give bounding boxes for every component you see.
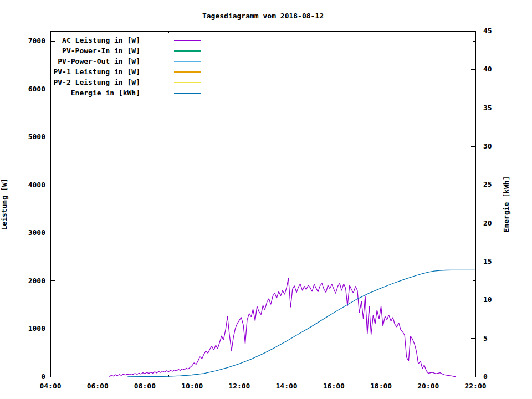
y2-tick-label: 20	[483, 219, 492, 227]
y-tick-label: 3000	[28, 228, 45, 237]
legend-item-label: PV-2 Leistung in [W]	[22, 77, 140, 88]
x-tick-label: 16:00	[323, 382, 345, 390]
y2-tick-label: 10	[483, 295, 492, 304]
x-tick-label: 20:00	[417, 382, 439, 390]
y2-tick-label: 25	[483, 180, 492, 188]
chart-canvas: Tagesdiagramm vom 2018-08-12 Leistung [W…	[0, 0, 532, 399]
y2-tick-label: 40	[483, 65, 492, 73]
x-tick-label: 04:00	[39, 382, 61, 390]
legend-item-line-sample	[174, 71, 201, 73]
legend-item-line-sample	[174, 61, 201, 62]
legend-item-line-sample	[174, 93, 201, 94]
legend-item-line-sample	[174, 50, 201, 52]
legend-item-label: AC Leistung in [W]	[22, 35, 140, 45]
legend-item-line-sample	[174, 40, 201, 41]
y-tick-label: 1000	[28, 324, 45, 332]
legend-item-label: PV-Power-Out in [W]	[22, 56, 140, 66]
y2-tick-label: 15	[483, 257, 492, 265]
y2-tick-label: 0	[483, 372, 488, 381]
y-tick-label: 0	[41, 372, 45, 381]
x-tick-label: 10:00	[181, 382, 203, 390]
series-line-ac	[110, 278, 456, 377]
legend-item-label: Energie in [kWh]	[22, 88, 140, 98]
x-tick-label: 14:00	[276, 382, 298, 390]
y-tick-label: 2000	[28, 277, 45, 285]
y2-tick-label: 5	[483, 334, 488, 342]
legend-item-line-sample	[174, 82, 201, 83]
y2-tick-label: 45	[483, 27, 492, 35]
y-tick-label: 5000	[28, 132, 45, 141]
x-tick-label: 12:00	[228, 382, 250, 390]
y2-tick-label: 35	[483, 104, 492, 112]
legend-item-label: PV-Power-In in [W]	[22, 45, 140, 56]
x-tick-label: 08:00	[134, 382, 156, 390]
series-line-energie	[127, 270, 475, 377]
y-tick-label: 4000	[28, 181, 45, 189]
legend-item-label: PV-1 Leistung in [W]	[22, 66, 140, 77]
y2-tick-label: 30	[483, 142, 492, 150]
x-tick-label: 18:00	[370, 382, 392, 390]
x-tick-label: 06:00	[87, 382, 109, 390]
x-tick-label: 22:00	[464, 382, 486, 390]
